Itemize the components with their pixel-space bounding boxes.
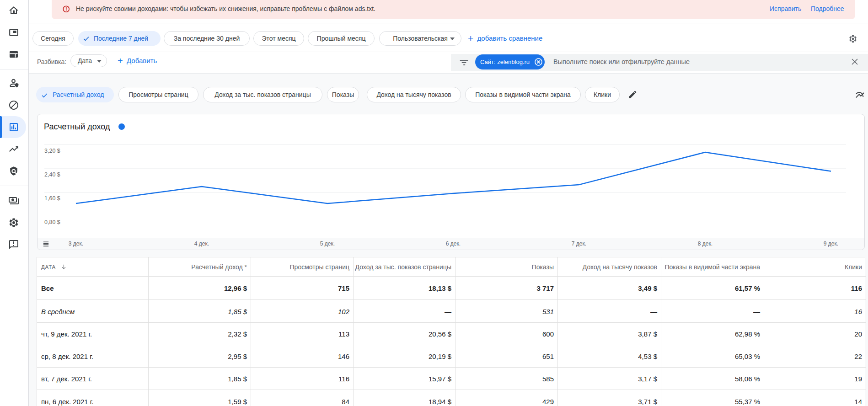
- svg-text:1,60 $: 1,60 $: [44, 195, 60, 202]
- svg-text:0,80 $: 0,80 $: [44, 219, 60, 225]
- svg-text:2,40 $: 2,40 $: [44, 171, 60, 178]
- svg-text:3,20 $: 3,20 $: [44, 148, 60, 154]
